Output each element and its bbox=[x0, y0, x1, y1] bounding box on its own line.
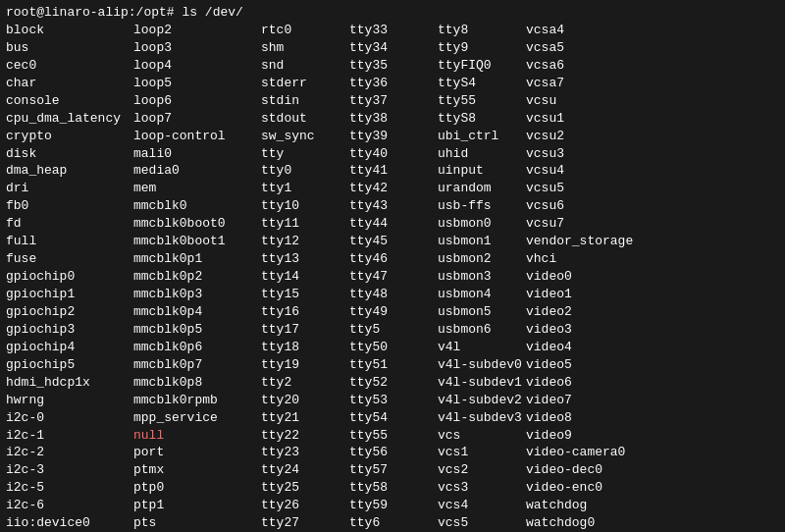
list-item: stdin bbox=[261, 92, 349, 110]
list-item: tty34 bbox=[349, 39, 438, 57]
list-item: mmcblk0 bbox=[133, 197, 261, 215]
list-item: tty33 bbox=[349, 22, 438, 39]
list-item: ptp0 bbox=[133, 479, 261, 497]
table-row: busloop3shmtty34tty9vcsa5 bbox=[6, 39, 779, 57]
list-item: vcsa7 bbox=[526, 75, 614, 92]
list-item: char bbox=[6, 75, 133, 92]
table-row: cpu_dma_latencyloop7stdouttty38ttyS8vcsu… bbox=[6, 110, 779, 128]
list-item: video1 bbox=[526, 286, 614, 303]
list-item: bus bbox=[6, 39, 133, 57]
list-item: rtc0 bbox=[261, 22, 349, 39]
list-item: tty52 bbox=[349, 374, 438, 392]
list-item: vcs1 bbox=[438, 444, 526, 461]
table-row: i2c-0mpp_servicetty21tty54v4l-subdev3vid… bbox=[6, 409, 779, 427]
list-item: tty49 bbox=[349, 303, 438, 321]
list-item: tty8 bbox=[438, 22, 526, 39]
list-item: crypto bbox=[6, 128, 133, 145]
list-item: vcs5 bbox=[438, 514, 526, 532]
table-row: charloop5stderrtty36ttyS4vcsa7 bbox=[6, 75, 779, 92]
list-item: vcs bbox=[438, 427, 526, 445]
list-item: usbmon4 bbox=[438, 286, 526, 303]
list-item: loop6 bbox=[133, 92, 261, 110]
list-item: tty58 bbox=[349, 479, 438, 497]
list-item: ptp1 bbox=[133, 497, 261, 514]
list-item: tty16 bbox=[261, 303, 349, 321]
list-item: tty48 bbox=[349, 286, 438, 303]
list-item: dma_heap bbox=[6, 162, 133, 180]
list-item: tty19 bbox=[261, 356, 349, 374]
list-item: tty1 bbox=[261, 180, 349, 197]
list-item: uhid bbox=[438, 145, 526, 163]
list-item: tty37 bbox=[349, 92, 438, 110]
list-item: tty10 bbox=[261, 197, 349, 215]
list-item: vcs2 bbox=[438, 461, 526, 479]
list-item: i2c-6 bbox=[6, 497, 133, 514]
list-item: tty57 bbox=[349, 461, 438, 479]
list-item: v4l-subdev2 bbox=[438, 392, 526, 409]
list-item: ttyFIQ0 bbox=[438, 57, 526, 75]
list-item: tty14 bbox=[261, 268, 349, 286]
list-item: vcsu3 bbox=[526, 145, 614, 163]
list-item: usbmon6 bbox=[438, 321, 526, 339]
list-item: disk bbox=[6, 145, 133, 163]
list-item: tty12 bbox=[261, 233, 349, 250]
prompt-text: root@linaro-alip:/opt# ls /dev/ bbox=[6, 4, 243, 22]
list-item: loop7 bbox=[133, 110, 261, 128]
table-row: hwrngmmcblk0rpmbtty20tty53v4l-subdev2vid… bbox=[6, 392, 779, 409]
list-item: loop4 bbox=[133, 57, 261, 75]
list-item: video4 bbox=[526, 339, 614, 356]
table-row: gpiochip0mmcblk0p2tty14tty47usbmon3video… bbox=[6, 268, 779, 286]
list-item: port bbox=[133, 444, 261, 461]
list-item: usbmon2 bbox=[438, 250, 526, 268]
terminal: root@linaro-alip:/opt# ls /dev/ blockloo… bbox=[0, 0, 785, 532]
list-item: tty39 bbox=[349, 128, 438, 145]
list-item: tty56 bbox=[349, 444, 438, 461]
list-item: tty9 bbox=[438, 39, 526, 57]
list-item: tty bbox=[261, 145, 349, 163]
list-item: stdout bbox=[261, 110, 349, 128]
list-item: video5 bbox=[526, 356, 614, 374]
list-item: tty11 bbox=[261, 215, 349, 233]
table-row: fb0mmcblk0tty10tty43usb-ffsvcsu6 bbox=[6, 197, 779, 215]
list-item: tty44 bbox=[349, 215, 438, 233]
list-item: ttyS4 bbox=[438, 75, 526, 92]
list-item: usb-ffs bbox=[438, 197, 526, 215]
list-item: vcsa6 bbox=[526, 57, 614, 75]
list-item: tty5 bbox=[349, 321, 438, 339]
list-item: usbmon1 bbox=[438, 233, 526, 250]
list-item: mmcblk0p6 bbox=[133, 339, 261, 356]
table-row: i2c-2porttty23tty56vcs1video-camera0 bbox=[6, 444, 779, 461]
table-row: gpiochip3mmcblk0p5tty17tty5usbmon6video3 bbox=[6, 321, 779, 339]
list-item: video7 bbox=[526, 392, 614, 409]
list-item: mmcblk0p2 bbox=[133, 268, 261, 286]
list-item: tty27 bbox=[261, 514, 349, 532]
table-row: gpiochip1mmcblk0p3tty15tty48usbmon4video… bbox=[6, 286, 779, 303]
list-item: mmcblk0p1 bbox=[133, 250, 261, 268]
table-row: dma_heapmedia0tty0tty41uinputvcsu4 bbox=[6, 162, 779, 180]
list-item: v4l-subdev3 bbox=[438, 409, 526, 427]
list-item: cec0 bbox=[6, 57, 133, 75]
list-item: mmcblk0p7 bbox=[133, 356, 261, 374]
list-item: tty41 bbox=[349, 162, 438, 180]
list-item: tty59 bbox=[349, 497, 438, 514]
list-item: vcsu1 bbox=[526, 110, 614, 128]
list-item: tty13 bbox=[261, 250, 349, 268]
list-item: video2 bbox=[526, 303, 614, 321]
list-item: tty2 bbox=[261, 374, 349, 392]
list-item: gpiochip1 bbox=[6, 286, 133, 303]
list-item: watchdog bbox=[526, 497, 614, 514]
list-item: vcs3 bbox=[438, 479, 526, 497]
list-item: loop-control bbox=[133, 128, 261, 145]
list-item: mmcblk0rpmb bbox=[133, 392, 261, 409]
list-item: tty55 bbox=[438, 92, 526, 110]
table-row: i2c-6ptp1tty26tty59vcs4watchdog bbox=[6, 497, 779, 514]
table-row: blockloop2rtc0tty33tty8vcsa4 bbox=[6, 22, 779, 39]
table-row: gpiochip4mmcblk0p6tty18tty50v4lvideo4 bbox=[6, 339, 779, 356]
list-item: block bbox=[6, 22, 133, 39]
table-row: i2c-3ptmxtty24tty57vcs2video-dec0 bbox=[6, 461, 779, 479]
list-item: mmcblk0p3 bbox=[133, 286, 261, 303]
list-item: i2c-2 bbox=[6, 444, 133, 461]
list-item: tty55 bbox=[349, 427, 438, 445]
list-item: vendor_storage bbox=[526, 233, 633, 250]
list-item: vcsa4 bbox=[526, 22, 614, 39]
